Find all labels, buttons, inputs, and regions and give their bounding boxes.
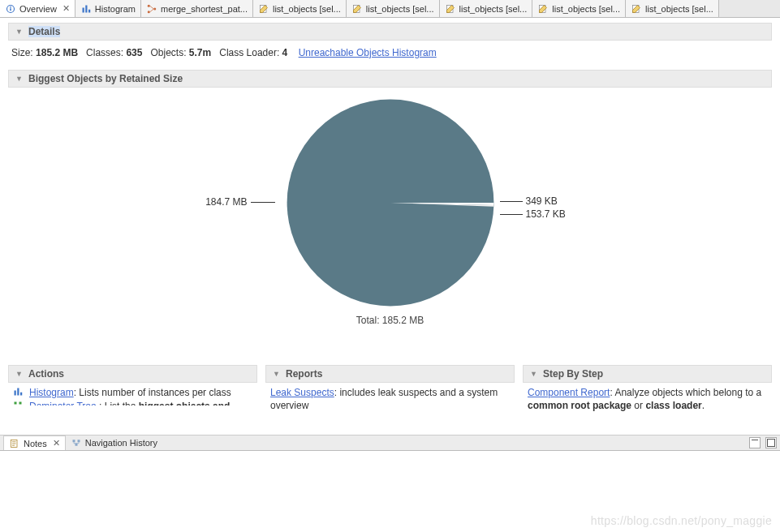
panel-actions: ▼ Actions Histogram: Lists number of ins… xyxy=(8,365,257,415)
tab-list-objects-1[interactable]: list_objects [sel... xyxy=(253,0,347,17)
edit-icon xyxy=(537,3,549,15)
step-component-report: Component Report: Analyze objects which … xyxy=(528,386,767,412)
histogram-icon xyxy=(80,3,92,15)
tab-label: list_objects [sel... xyxy=(552,4,620,14)
chevron-down-icon: ▼ xyxy=(15,75,24,83)
main-content: ▼ Details Size: 185.2 MB Classes: 635 Ob… xyxy=(0,18,780,435)
classes-value: 635 xyxy=(126,47,142,58)
edit-icon xyxy=(351,3,363,15)
objects-label: Objects: xyxy=(150,47,186,58)
pie-label-left: 184.7 MB xyxy=(205,196,274,208)
tab-label: Notes xyxy=(24,439,47,448)
svg-rect-23 xyxy=(77,440,80,442)
section-reports-header[interactable]: ▼ Reports xyxy=(265,365,515,383)
details-summary: Size: 185.2 MB Classes: 635 Objects: 5.7… xyxy=(8,41,772,70)
section-steps-header[interactable]: ▼ Step By Step xyxy=(523,365,772,383)
tab-list-objects-3[interactable]: list_objects [sel... xyxy=(440,0,533,17)
svg-rect-17 xyxy=(20,393,22,396)
leak-suspects-link[interactable]: Leak Suspects xyxy=(270,387,334,398)
tab-label: Navigation History xyxy=(85,438,157,448)
tab-label: merge_shortest_pat... xyxy=(161,4,248,14)
chevron-down-icon: ▼ xyxy=(530,370,538,378)
dominator-desc-mid: : List the xyxy=(97,401,139,405)
tab-merge-shortest[interactable]: merge_shortest_pat... xyxy=(141,0,253,17)
section-actions-header[interactable]: ▼ Actions xyxy=(8,365,257,383)
svg-rect-18 xyxy=(15,402,17,405)
tab-label: Histogram xyxy=(95,4,136,14)
svg-rect-19 xyxy=(19,402,22,405)
objects-value: 5.7m xyxy=(189,47,211,58)
comp-desc-2: or xyxy=(631,400,645,411)
panel-reports: ▼ Reports Leak Suspects: includes leak s… xyxy=(265,365,515,415)
comp-bold-1: common root package xyxy=(528,400,631,411)
bottom-panels: ▼ Actions Histogram: Lists number of ins… xyxy=(8,365,772,415)
pie-total-label: Total: 185.2 MB xyxy=(356,315,424,326)
chevron-down-icon: ▼ xyxy=(15,28,24,36)
maximize-button[interactable] xyxy=(765,437,777,448)
histogram-desc: : Lists number of instances per class xyxy=(74,387,231,398)
pie-slice-label: 153.7 KB xyxy=(526,208,566,220)
section-title: Reports xyxy=(286,368,322,380)
histogram-icon xyxy=(13,387,24,400)
close-icon[interactable]: ✕ xyxy=(60,3,70,14)
note-icon xyxy=(9,438,20,449)
section-details-header[interactable]: ▼ Details xyxy=(8,23,772,41)
svg-point-8 xyxy=(153,7,156,10)
tab-histogram[interactable]: Histogram xyxy=(75,0,141,17)
tab-navigation-history[interactable]: Navigation History xyxy=(66,435,162,450)
close-icon[interactable]: ✕ xyxy=(50,438,60,448)
svg-rect-3 xyxy=(82,7,84,12)
tab-label: list_objects [sel... xyxy=(459,4,528,14)
tab-list-objects-4[interactable]: list_objects [sel... xyxy=(532,0,626,17)
pie-slice-label: 184.7 MB xyxy=(205,196,247,208)
edit-icon xyxy=(445,3,456,15)
classloader-value: 4 xyxy=(282,47,288,58)
tab-label: list_objects [sel... xyxy=(366,4,434,14)
svg-point-7 xyxy=(148,11,150,13)
pie-slice-label: 349 KB xyxy=(526,195,558,207)
classloader-label: Class Loader: xyxy=(219,47,279,58)
svg-rect-1 xyxy=(10,8,11,11)
pie-label-right-1: 349 KB xyxy=(500,195,558,207)
minimize-button[interactable] xyxy=(749,437,761,448)
section-title: Actions xyxy=(28,368,64,380)
pie-chart xyxy=(285,97,496,308)
report-leak-suspects: Leak Suspects: includes leak suspects an… xyxy=(270,386,510,412)
tab-list-objects-2[interactable]: list_objects [sel... xyxy=(347,0,440,17)
chevron-down-icon: ▼ xyxy=(15,370,24,378)
svg-point-6 xyxy=(148,4,150,6)
action-histogram: Histogram: Lists number of instances per… xyxy=(13,386,252,400)
section-biggest-header[interactable]: ▼ Biggest Objects by Retained Size xyxy=(8,70,772,88)
tree-icon xyxy=(146,3,157,15)
bottom-tab-bar: Notes ✕ Navigation History xyxy=(0,435,780,451)
tree-icon xyxy=(13,401,24,405)
unreachable-objects-link[interactable]: Unreachable Objects Histogram xyxy=(299,47,437,58)
size-label: Size: xyxy=(11,47,33,58)
pie-label-right-2: 153.7 KB xyxy=(500,208,566,220)
histogram-link[interactable]: Histogram xyxy=(29,387,74,398)
tab-overview[interactable]: Overview ✕ xyxy=(0,0,75,17)
svg-rect-15 xyxy=(15,391,16,396)
pie-chart-area: 184.7 MB 349 KB 153.7 KB Total: 185.2 MB xyxy=(8,92,772,360)
section-title: Step By Step xyxy=(543,368,603,380)
editor-tab-bar: Overview ✕ Histogram merge_shortest_pat.… xyxy=(0,0,780,18)
tab-notes[interactable]: Notes ✕ xyxy=(3,435,66,450)
edit-icon xyxy=(258,3,269,15)
section-title: Details xyxy=(28,26,60,37)
component-report-link[interactable]: Component Report xyxy=(528,387,610,398)
svg-rect-16 xyxy=(17,388,19,396)
dominator-link[interactable]: Dominator Tree xyxy=(29,401,97,405)
svg-rect-22 xyxy=(72,440,75,442)
comp-desc-1: : Analyze objects which belong to a xyxy=(610,387,761,398)
svg-rect-24 xyxy=(75,444,77,446)
tab-label: Overview xyxy=(19,4,57,14)
history-icon xyxy=(71,437,82,448)
panel-steps: ▼ Step By Step Component Report: Analyze… xyxy=(523,365,772,415)
svg-rect-4 xyxy=(85,5,87,12)
info-icon xyxy=(5,3,16,15)
chevron-down-icon: ▼ xyxy=(273,370,281,378)
svg-rect-5 xyxy=(88,9,90,12)
svg-rect-2 xyxy=(10,6,11,8)
comp-desc-3: . xyxy=(702,400,705,411)
tab-list-objects-5[interactable]: list_objects [sel... xyxy=(626,0,719,17)
